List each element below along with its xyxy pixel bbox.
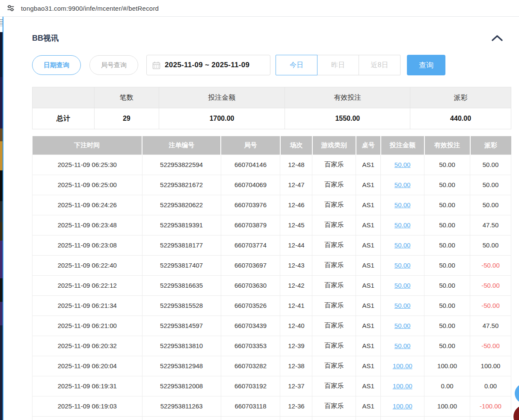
- range-today-button[interactable]: 今日: [276, 55, 317, 75]
- bet-amount-link[interactable]: 50.00: [394, 302, 411, 309]
- payout-value: -50.00: [481, 302, 500, 309]
- bet-amount-link[interactable]: 50.00: [394, 262, 411, 269]
- payout-value: 50.00: [483, 161, 499, 168]
- game-type: 百家乐: [324, 241, 344, 248]
- header-session: 场次: [280, 136, 312, 155]
- session: 12-39: [288, 342, 304, 349]
- header-bet-amount: 投注金额: [381, 136, 424, 155]
- summary-table: 笔数 投注金额 有效投注 派彩 总计 29 1700.00 1550.00 44…: [32, 87, 511, 129]
- round-id: 660703118: [235, 402, 267, 410]
- payout-value: 50.00: [483, 201, 499, 209]
- bet-amount-link[interactable]: 50.00: [394, 181, 411, 188]
- table-row: 2025-11-09 06:20:32 522953813810 6607033…: [33, 336, 511, 356]
- summary-total-row: 总计 29 1700.00 1550.00 440.00: [33, 108, 511, 129]
- site-settings-icon[interactable]: [6, 3, 15, 13]
- browser-address-bar[interactable]: tongbao31.com:9900/infe/mcenter/#/betRec…: [0, 0, 519, 17]
- bet-id: 522953812948: [160, 362, 203, 369]
- summary-header-row: 笔数 投注金额 有效投注 派彩: [33, 87, 511, 108]
- summary-header-count: 笔数: [94, 87, 159, 108]
- bet-amount-link[interactable]: 50.00: [394, 322, 411, 329]
- valid-bet: 50.00: [439, 322, 455, 329]
- bet-amount-link[interactable]: 50.00: [394, 221, 411, 229]
- game-type: 百家乐: [324, 221, 344, 228]
- bet-time: 2025-11-09 06:19:03: [58, 402, 117, 410]
- bet-id: 522953819391: [160, 221, 203, 229]
- url-text: tongbao31.com:9900/infe/mcenter/#/betRec…: [21, 5, 159, 12]
- table-row: 2025-11-09 06:25:00 522953821672 6607040…: [33, 175, 511, 195]
- table-no: AS1: [362, 161, 374, 168]
- payout-value: -100.00: [480, 402, 501, 410]
- game-type: 百家乐: [324, 342, 344, 349]
- bet-time: 2025-11-09 06:25:30: [58, 161, 117, 168]
- range-yesterday-button[interactable]: 昨日: [317, 55, 359, 75]
- bet-time: 2025-11-09 06:23:48: [58, 221, 117, 229]
- table-no: AS1: [362, 221, 374, 229]
- bet-id: 522953812008: [160, 382, 203, 390]
- payout-value: 0.00: [484, 382, 497, 390]
- table-no: AS1: [362, 241, 374, 249]
- valid-bet: 100.00: [437, 402, 457, 410]
- table-row: 2025-11-09 06:20:04 522953812948 6607032…: [33, 356, 511, 376]
- bet-id: 522953813810: [160, 342, 203, 349]
- page: tongbao31.com:9900/infe/mcenter/#/betRec…: [0, 0, 519, 420]
- bet-amount-link[interactable]: 50.00: [394, 161, 411, 168]
- bet-time: 2025-11-09 06:25:00: [58, 181, 117, 188]
- table-no: AS1: [362, 181, 374, 188]
- payout-value: 100.00: [481, 362, 501, 369]
- valid-bet: 50.00: [439, 161, 455, 168]
- payout-value: 50.00: [483, 181, 499, 188]
- date-query-tab[interactable]: 日期查询: [32, 55, 81, 75]
- session: 12-40: [288, 322, 304, 329]
- bet-amount-link[interactable]: 50.00: [394, 282, 411, 289]
- bet-amount-link[interactable]: 100.00: [393, 402, 412, 410]
- range-last8days-button[interactable]: 近8日: [359, 55, 400, 75]
- session: 12-38: [288, 362, 304, 369]
- payout-value: 47.50: [483, 221, 499, 229]
- bet-amount-link[interactable]: 50.00: [394, 342, 411, 349]
- game-type: 百家乐: [324, 402, 344, 409]
- bet-record-table: 下注时间 注单编号 局号 场次 游戏类别 桌号 投注金额 有效投注 派彩 202…: [32, 136, 511, 420]
- round-id: 660703439: [234, 322, 267, 329]
- table-no: AS1: [362, 322, 374, 329]
- round-id: 660704146: [234, 161, 267, 168]
- quick-range-group: 今日 昨日 近8日: [276, 55, 400, 75]
- table-row: 2025-11-09 06:22:12 522953816635 6607036…: [33, 275, 511, 295]
- table-no: AS1: [362, 201, 374, 209]
- bet-table-body: 2025-11-09 06:25:30 522953822594 6607041…: [33, 155, 511, 420]
- bet-amount-link[interactable]: 100.00: [393, 362, 412, 369]
- bet-record-panel: BB视讯 日期查询 局号查询: [3, 17, 519, 420]
- date-range-picker[interactable]: 2025-11-09 ~ 2025-11-09: [146, 55, 270, 75]
- summary-total-payout: 440.00: [410, 108, 511, 129]
- valid-bet: 0.00: [441, 382, 453, 390]
- header-bet-id: 注单编号: [142, 136, 221, 155]
- round-query-tab[interactable]: 局号查询: [89, 55, 138, 75]
- round-id: 660704069: [234, 181, 267, 188]
- table-row: 2025-11-09 06:21:34 522953815528 6607035…: [33, 295, 511, 316]
- round-id: 660703630: [234, 282, 267, 289]
- header-valid-bet: 有效投注: [424, 136, 470, 155]
- summary-total-valid-bet: 1550.00: [285, 108, 410, 129]
- game-type: 百家乐: [324, 322, 344, 329]
- bet-time: 2025-11-09 06:24:26: [58, 201, 117, 209]
- bet-id: 522953815528: [160, 302, 203, 309]
- bet-amount-link[interactable]: 100.00: [393, 382, 412, 390]
- collapse-chevron-up-icon[interactable]: [491, 34, 504, 42]
- table-no: AS1: [362, 342, 374, 349]
- header-round-id: 局号: [221, 136, 280, 155]
- bet-id: 522953811263: [160, 402, 203, 410]
- payout-value: 47.50: [483, 322, 499, 329]
- bet-time: 2025-11-09 06:22:40: [58, 262, 117, 269]
- bet-amount-link[interactable]: 50.00: [394, 201, 411, 209]
- bet-time: 2025-11-09 06:21:34: [58, 302, 117, 309]
- table-no: AS1: [362, 282, 374, 289]
- table-row: 2025-11-09 06:19:03 522953811263 6607031…: [33, 396, 511, 416]
- valid-bet: 50.00: [439, 282, 455, 289]
- table-row: 2025-11-09 06:23:48 522953819391 6607038…: [33, 215, 511, 235]
- bet-amount-link[interactable]: 50.00: [394, 241, 411, 249]
- table-row: 2025-11-09 06:23:08 522953818177 6607037…: [33, 235, 511, 255]
- summary-total-count: 29: [94, 108, 159, 129]
- table-row: 2025-11-09 06:19:31 522953812008 6607031…: [33, 376, 511, 396]
- search-button[interactable]: 查询: [407, 55, 445, 75]
- session: 12-46: [288, 201, 304, 209]
- payout-value: 50.00: [483, 241, 499, 249]
